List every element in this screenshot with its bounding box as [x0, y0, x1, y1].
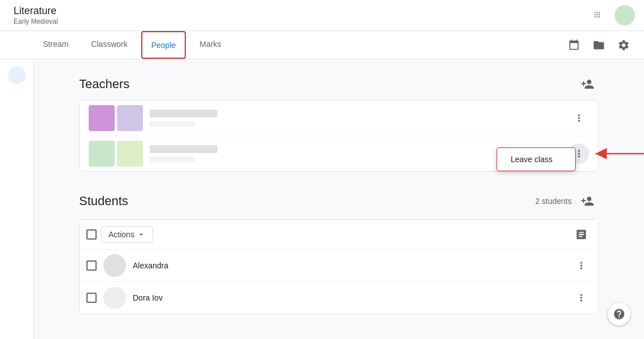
course-subtitle: Early Medieval	[14, 18, 58, 25]
help-button[interactable]	[608, 303, 630, 325]
top-bar-right	[588, 4, 635, 27]
tab-stream[interactable]: Stream	[34, 31, 77, 59]
teacher-name-bar-1	[150, 110, 217, 118]
actions-dropdown[interactable]: Actions	[101, 226, 153, 243]
teacher-name-bar-2	[150, 145, 217, 153]
teacher-avatar-green-1	[89, 141, 115, 167]
actions-bar: Actions	[80, 220, 598, 250]
add-student-button[interactable]	[576, 190, 599, 212]
tab-marks[interactable]: Marks	[190, 31, 230, 59]
left-sidebar	[0, 59, 34, 339]
student-avatar-2	[103, 286, 126, 309]
teacher-name-block-2	[150, 145, 217, 162]
teachers-title: Teachers	[79, 77, 576, 92]
teachers-section-header: Teachers	[79, 73, 599, 95]
sidebar-avatar	[8, 66, 26, 84]
course-title: Literature	[14, 5, 58, 18]
content-area: Teachers	[0, 59, 644, 339]
teacher-name-block-1	[150, 110, 217, 127]
student-checkbox-1[interactable]	[86, 260, 97, 271]
tab-people[interactable]: People	[141, 31, 186, 59]
top-bar: Literature Early Medieval	[0, 0, 644, 31]
students-title: Students	[79, 194, 535, 208]
student-checkbox-2[interactable]	[86, 293, 97, 303]
teacher-avatar-purple-1	[89, 105, 115, 131]
user-avatar[interactable]	[615, 5, 635, 25]
main-content: Teachers	[34, 59, 644, 339]
teacher-list: Leave class	[79, 100, 599, 172]
student-name-2: Dora Iov	[133, 293, 564, 302]
teacher-more-button-1[interactable]	[569, 108, 589, 128]
leave-class-button[interactable]: Leave class	[497, 148, 575, 171]
settings-icon-button[interactable]	[612, 34, 635, 56]
students-list: Actions Alexandra	[79, 219, 599, 314]
students-count: 2 students	[535, 197, 572, 206]
apps-button[interactable]	[588, 4, 610, 27]
teacher-avatar-purple-2	[117, 105, 143, 131]
sort-az-button[interactable]	[571, 224, 591, 245]
student-name-1: Alexandra	[133, 261, 564, 270]
students-section-header: Students 2 students	[79, 190, 599, 212]
arrow-svg	[593, 147, 644, 160]
course-title-block: Literature Early Medieval	[14, 5, 58, 25]
teacher-name-bar-short-2	[150, 157, 195, 162]
teacher-avatar-green-2	[117, 141, 143, 167]
add-teacher-button[interactable]	[576, 73, 599, 95]
folder-icon-button[interactable]	[588, 34, 610, 56]
arrow-annotation	[593, 147, 644, 160]
select-all-checkbox[interactable]	[86, 229, 97, 240]
student-avatar-1	[103, 254, 126, 277]
student-row-2: Dora Iov	[80, 282, 598, 314]
teacher-name-bar-short-1	[150, 121, 195, 127]
teacher-avatar-block-1	[89, 105, 569, 131]
student-row-1: Alexandra	[80, 250, 598, 282]
calendar-icon-button[interactable]	[563, 34, 585, 56]
leave-class-popup: Leave class	[497, 147, 576, 171]
app-layout: Literature Early Medieval Stream Classwo…	[0, 0, 644, 339]
student-more-button-2[interactable]	[571, 288, 591, 308]
tab-classwork[interactable]: Classwork	[82, 31, 137, 59]
nav-bar: Stream Classwork People Marks	[0, 31, 644, 59]
teacher-row-1	[80, 101, 598, 136]
teacher-row-2: Leave class	[80, 136, 598, 171]
student-more-button-1[interactable]	[571, 255, 591, 276]
